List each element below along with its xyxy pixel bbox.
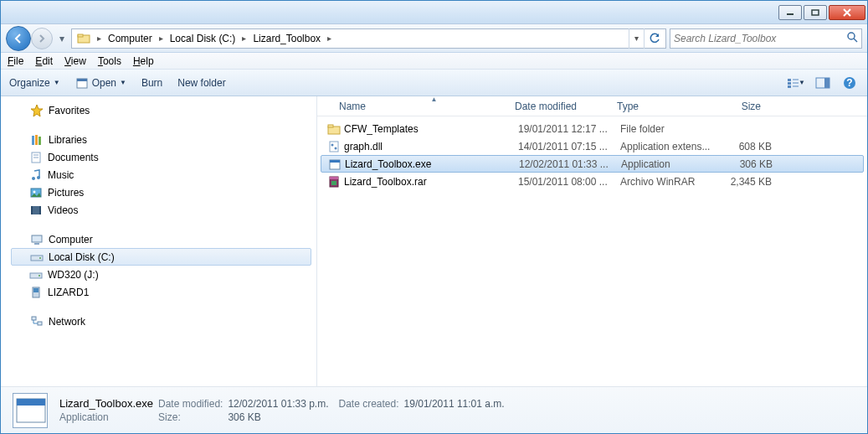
breadcrumb-segment[interactable]: Local Disk (C:): [167, 29, 239, 48]
favorites-group[interactable]: Favorites: [1, 101, 316, 119]
file-date: 19/01/2011 12:17 ...: [518, 123, 620, 135]
newfolder-button[interactable]: New folder: [177, 77, 225, 89]
open-label: Open: [92, 77, 116, 89]
menu-help[interactable]: Help: [133, 55, 154, 67]
svg-rect-7: [77, 79, 87, 81]
expand-icon[interactable]: [16, 235, 25, 244]
expand-icon[interactable]: [16, 135, 25, 144]
breadcrumb-dropdown[interactable]: ▾: [629, 28, 644, 49]
toolbar: Organize ▼ Open ▼ Burn New folder ▼ ?: [1, 70, 867, 96]
sidebar-item-local-disk[interactable]: Local Disk (C:): [11, 248, 311, 266]
pictures-icon: [29, 186, 43, 199]
open-icon: [75, 76, 89, 90]
network-label: Network: [49, 316, 85, 328]
file-type: Archivo WinRAR: [620, 176, 718, 188]
search-box[interactable]: [670, 28, 862, 49]
breadcrumb-arrow[interactable]: ▸: [94, 34, 105, 43]
menu-edit[interactable]: Edit: [35, 55, 53, 67]
sidebar-item-label: Local Disk (C:): [49, 251, 115, 263]
menu-tools[interactable]: Tools: [98, 55, 121, 67]
expand-icon[interactable]: [16, 106, 25, 115]
menu-file[interactable]: File: [8, 55, 23, 67]
file-name: Lizard_Toolbox.rar: [344, 176, 427, 188]
breadcrumb-arrow[interactable]: ▸: [156, 34, 167, 43]
sidebar-item-pictures[interactable]: Pictures: [1, 183, 316, 201]
menu-view[interactable]: View: [64, 55, 86, 67]
view-options-button[interactable]: ▼: [787, 74, 805, 92]
column-name[interactable]: ▲ Name: [317, 96, 508, 116]
breadcrumb[interactable]: ▸ Computer ▸ Local Disk (C:) ▸ Lizard_To…: [71, 28, 666, 49]
search-icon[interactable]: [846, 31, 858, 45]
svg-rect-38: [33, 288, 39, 292]
help-icon: ?: [843, 76, 856, 90]
details-datemod-label: Date modified:: [158, 398, 223, 410]
file-row[interactable]: Lizard_Toolbox.rar15/01/2011 08:00 ...Ar…: [317, 173, 867, 190]
preview-pane-button[interactable]: [814, 74, 832, 92]
refresh-icon: [649, 33, 660, 44]
svg-rect-50: [331, 181, 336, 185]
nav-history-dropdown[interactable]: ▾: [56, 28, 68, 49]
file-type: Application extens...: [620, 141, 718, 152]
file-size: 2,345 KB: [718, 176, 787, 188]
svg-rect-9: [788, 82, 791, 85]
sidebar-item-videos[interactable]: Videos: [1, 201, 316, 219]
file-date: 12/02/2011 01:33 ...: [519, 158, 621, 170]
file-rows: CFW_Templates19/01/2011 12:17 ...File fo…: [317, 116, 867, 386]
column-type[interactable]: Type: [610, 96, 708, 116]
sidebar-item-documents[interactable]: Documents: [1, 148, 316, 166]
file-type: File folder: [620, 123, 718, 135]
burn-button[interactable]: Burn: [141, 77, 162, 89]
help-button[interactable]: ?: [840, 74, 859, 92]
file-row[interactable]: Lizard_Toolbox.exe12/02/2011 01:33 ...Ap…: [321, 155, 864, 173]
back-button[interactable]: [6, 26, 31, 51]
svg-rect-43: [330, 142, 338, 152]
column-label: Size: [742, 101, 761, 112]
svg-rect-20: [39, 137, 41, 145]
minimize-button[interactable]: [778, 5, 802, 20]
sidebar-item-label: Videos: [48, 204, 78, 216]
close-icon: [842, 8, 852, 17]
computer-group[interactable]: Computer: [1, 230, 316, 248]
file-row[interactable]: CFW_Templates19/01/2011 12:17 ...File fo…: [317, 120, 867, 137]
sidebar-item-label: Music: [48, 169, 74, 181]
breadcrumb-segment[interactable]: Lizard_Toolbox: [249, 29, 324, 48]
open-button[interactable]: Open ▼: [75, 76, 126, 90]
videos-icon: [29, 204, 43, 217]
details-datecreated-value: 19/01/2011 11:01 a.m.: [404, 398, 505, 410]
close-button[interactable]: [829, 5, 865, 20]
search-input[interactable]: [674, 33, 846, 44]
sidebar-item-music[interactable]: Music: [1, 166, 316, 183]
refresh-button[interactable]: [644, 28, 664, 49]
organize-button[interactable]: Organize ▼: [9, 77, 60, 89]
breadcrumb-arrow[interactable]: ▸: [239, 34, 249, 43]
details-text: Lizard_Toolbox.exe Date modified: 12/02/…: [59, 397, 505, 423]
sidebar-item-lizard1[interactable]: LIZARD1: [1, 283, 316, 301]
network-group[interactable]: Network: [1, 313, 316, 330]
computer-label: Computer: [49, 234, 93, 245]
column-headers: ▲ Name Date modified Type Size: [317, 96, 867, 116]
file-name: Lizard_Toolbox.exe: [345, 158, 431, 170]
file-list-pane: ▲ Name Date modified Type Size CFW_Templ…: [317, 96, 867, 386]
drive-icon: [30, 251, 44, 264]
sidebar-item-label: LIZARD1: [48, 287, 89, 298]
svg-rect-40: [38, 322, 42, 325]
menu-bar: File Edit View Tools Help: [1, 53, 867, 70]
svg-rect-29: [31, 206, 33, 214]
svg-rect-39: [32, 317, 36, 320]
file-row[interactable]: graph.dll14/01/2011 07:15 ...Application…: [317, 137, 867, 155]
breadcrumb-arrow[interactable]: ▸: [324, 34, 335, 43]
sidebar-item-wd320[interactable]: WD320 (J:): [1, 266, 316, 283]
maximize-button[interactable]: [804, 5, 827, 20]
libraries-group[interactable]: Libraries: [1, 131, 316, 148]
file-date: 15/01/2011 08:00 ...: [518, 176, 620, 188]
forward-button[interactable]: [31, 28, 53, 49]
breadcrumb-segment[interactable]: Computer: [105, 29, 156, 48]
file-name: CFW_Templates: [344, 123, 419, 135]
svg-rect-30: [39, 206, 41, 214]
column-size[interactable]: Size: [708, 96, 777, 116]
svg-point-45: [335, 147, 337, 149]
expand-icon[interactable]: [16, 317, 25, 326]
svg-rect-10: [788, 85, 791, 88]
sort-indicator-icon: ▲: [339, 96, 529, 103]
libraries-icon: [30, 133, 44, 147]
